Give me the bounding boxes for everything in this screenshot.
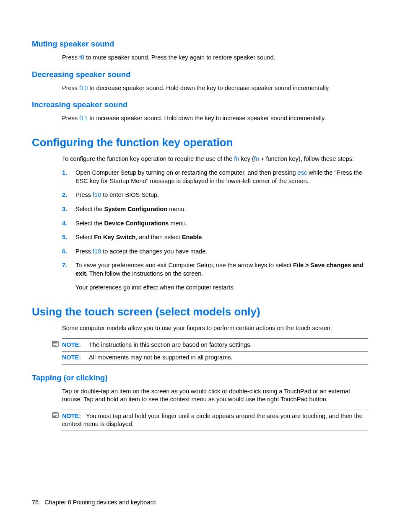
step-2: 2. Press f10 to enter BIOS Setup. <box>62 191 368 199</box>
text: . <box>202 234 203 240</box>
text: Select <box>75 234 94 240</box>
step-3: 3. Select the System Configuration menu. <box>62 205 368 214</box>
step-number: 4. <box>62 220 75 228</box>
key-f10: f10 <box>79 85 88 91</box>
step-4: 4. Select the Device Configurations menu… <box>62 220 368 228</box>
text: to mute speaker sound. Press the key aga… <box>84 54 275 61</box>
bold-text: Enable <box>182 234 202 240</box>
step-number: 1. <box>62 169 75 185</box>
heading-touchscreen: Using the touch screen (select models on… <box>32 305 368 319</box>
text: To configure the function key operation … <box>62 155 234 162</box>
touchscreen-intro: Some computer models allow you to use yo… <box>62 324 368 333</box>
text: , and then select <box>135 234 182 240</box>
note-label: NOTE: <box>62 354 84 362</box>
text: to enter BIOS Setup. <box>101 191 159 198</box>
decreasing-paragraph: Press f10 to decrease speaker sound. Hol… <box>62 84 368 93</box>
note-icon <box>52 341 59 347</box>
step-number: 2. <box>62 191 75 199</box>
step-body: Select the System Configuration menu. <box>75 205 368 214</box>
key-fn: fn <box>254 155 259 162</box>
text: Press <box>62 115 79 121</box>
heading-configuring: Configuring the function key operation <box>32 135 368 150</box>
text: To save your preferences and exit Comput… <box>75 262 293 269</box>
text: + function key), follow these steps: <box>259 155 354 162</box>
text: to decrease speaker sound. Hold down the… <box>88 85 330 91</box>
text: Press <box>62 54 79 61</box>
heading-muting: Muting speaker sound <box>32 39 368 49</box>
step-number: 6. <box>62 248 75 256</box>
page-number: 76 <box>32 499 39 506</box>
key-fn: fn <box>234 155 239 162</box>
step-number: 5. <box>62 233 75 242</box>
text: to accept the changes you have made. <box>101 248 207 255</box>
text: Press <box>75 248 93 255</box>
heading-increasing: Increasing speaker sound <box>32 100 368 110</box>
tapping-paragraph: Tap or double-tap an item on the screen … <box>62 387 368 404</box>
text: key ( <box>239 155 254 162</box>
bold-text: Device Configurations <box>104 220 169 227</box>
note-label: NOTE: <box>62 413 81 419</box>
step-number: 3. <box>62 205 75 214</box>
configuring-steps: 1. Open Computer Setup by turning on or … <box>62 169 368 278</box>
bold-text: System Configuration <box>104 206 168 212</box>
key-f10: f10 <box>93 191 101 198</box>
step-body: Select the Device Configurations menu. <box>75 220 368 228</box>
step-5: 5. Select Fn Key Switch, and then select… <box>62 233 368 242</box>
note-text: The instructions in this section are bas… <box>89 341 368 349</box>
increasing-paragraph: Press f11 to increase speaker sound. Hol… <box>62 114 368 123</box>
step-body: Open Computer Setup by turning on or res… <box>75 169 368 185</box>
text: Then follow the instructions on the scre… <box>88 270 203 277</box>
step-body: To save your preferences and exit Comput… <box>75 261 368 278</box>
note-row: NOTE: All movements may not be supported… <box>62 351 368 364</box>
step-1: 1. Open Computer Setup by turning on or … <box>62 169 368 185</box>
key-f8: f8 <box>79 54 84 61</box>
text: Select the <box>75 206 104 212</box>
bold-text: Fn Key Switch <box>94 234 135 240</box>
note-text: All movements may not be supported in al… <box>89 354 368 362</box>
chapter-title: Chapter 8 Pointing devices and keyboard <box>44 499 156 506</box>
muting-paragraph: Press f8 to mute speaker sound. Press th… <box>62 54 368 62</box>
text: Press <box>62 85 79 91</box>
text: menu. <box>167 206 186 212</box>
note-text: You must tap and hold your finger until … <box>62 413 363 428</box>
configuring-outro: Your preferences go into effect when the… <box>75 284 368 292</box>
key-f10: f10 <box>93 248 101 255</box>
note-block: NOTE:You must tap and hold your finger u… <box>52 410 368 431</box>
heading-decreasing: Decreasing speaker sound <box>32 70 368 80</box>
step-body: Press f10 to accept the changes you have… <box>75 248 368 256</box>
text: Select the <box>75 220 104 227</box>
text: to increase speaker sound. Hold down the… <box>88 115 326 121</box>
step-number: 7. <box>62 261 75 278</box>
step-body: Select Fn Key Switch, and then select En… <box>75 233 368 242</box>
key-esc: esc <box>298 169 307 176</box>
configuring-intro: To configure the function key operation … <box>62 155 368 163</box>
text: Open Computer Setup by turning on or res… <box>75 169 298 176</box>
note-row: NOTE:You must tap and hold your finger u… <box>62 410 368 431</box>
page-footer: 76Chapter 8 Pointing devices and keyboar… <box>32 498 156 507</box>
step-6: 6. Press f10 to accept the changes you h… <box>62 248 368 256</box>
step-body: Press f10 to enter BIOS Setup. <box>75 191 368 199</box>
step-7: 7. To save your preferences and exit Com… <box>62 261 368 278</box>
note-label: NOTE: <box>62 341 84 349</box>
note-row: NOTE: The instructions in this section a… <box>62 338 368 352</box>
heading-tapping: Tapping (or clicking) <box>32 373 368 383</box>
text: Press <box>75 191 93 198</box>
note-icon <box>52 412 59 418</box>
key-f11: f11 <box>79 115 88 121</box>
note-block: NOTE: The instructions in this section a… <box>52 338 368 364</box>
text: menu. <box>169 220 187 227</box>
